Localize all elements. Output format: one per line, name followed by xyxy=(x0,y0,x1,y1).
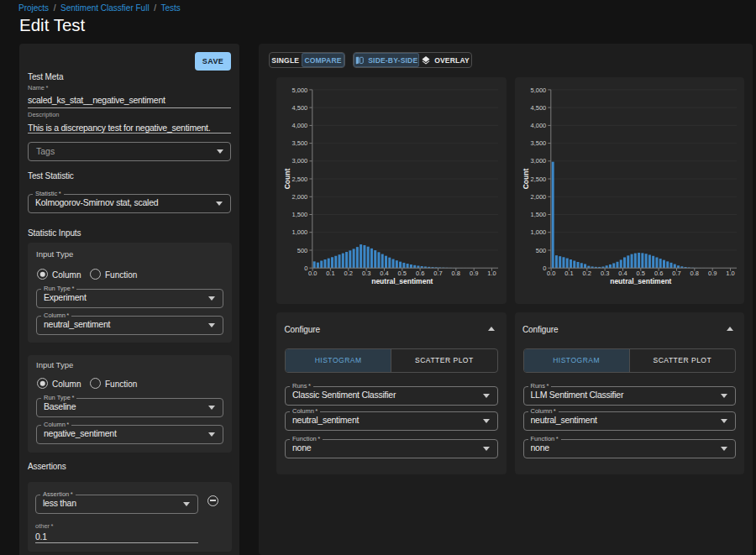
svg-text:neutral_sentiment: neutral_sentiment xyxy=(371,277,433,285)
svg-text:Count: Count xyxy=(283,169,291,190)
svg-text:Count: Count xyxy=(521,169,529,190)
svg-text:1.0: 1.0 xyxy=(726,270,734,277)
svg-text:0.5: 0.5 xyxy=(636,270,644,277)
svg-text:4,500: 4,500 xyxy=(530,104,546,112)
svg-text:5,000: 5,000 xyxy=(530,86,546,94)
svg-text:neutral_sentiment: neutral_sentiment xyxy=(610,277,671,285)
svg-text:0.9: 0.9 xyxy=(470,270,478,277)
svg-text:0.6: 0.6 xyxy=(416,270,424,277)
svg-text:1,500: 1,500 xyxy=(530,211,546,218)
svg-text:0.1: 0.1 xyxy=(326,270,334,277)
svg-text:0.7: 0.7 xyxy=(433,270,442,277)
svg-text:0.8: 0.8 xyxy=(452,270,460,277)
svg-text:2,500: 2,500 xyxy=(530,175,546,183)
svg-text:0.7: 0.7 xyxy=(672,270,680,277)
svg-text:0.3: 0.3 xyxy=(362,270,370,277)
svg-text:3,500: 3,500 xyxy=(292,139,308,147)
svg-text:5,000: 5,000 xyxy=(292,86,308,94)
svg-text:0.0: 0.0 xyxy=(308,270,317,277)
svg-text:0.8: 0.8 xyxy=(690,270,698,277)
svg-text:4,000: 4,000 xyxy=(292,122,308,129)
svg-text:1.0: 1.0 xyxy=(487,270,496,277)
svg-text:0.2: 0.2 xyxy=(344,270,353,277)
svg-text:2,000: 2,000 xyxy=(530,193,546,201)
svg-text:0.5: 0.5 xyxy=(398,270,407,277)
svg-text:0.6: 0.6 xyxy=(654,270,662,277)
svg-text:0.4: 0.4 xyxy=(380,270,388,277)
svg-text:1,500: 1,500 xyxy=(292,211,308,218)
svg-text:4,500: 4,500 xyxy=(292,104,308,112)
svg-text:0.0: 0.0 xyxy=(546,270,554,277)
svg-text:1,000: 1,000 xyxy=(530,228,546,236)
svg-text:500: 500 xyxy=(297,247,308,254)
svg-text:3,000: 3,000 xyxy=(530,157,546,165)
svg-text:0.4: 0.4 xyxy=(618,270,627,277)
svg-text:1,000: 1,000 xyxy=(292,228,308,236)
svg-text:0.3: 0.3 xyxy=(600,270,608,277)
svg-text:2,500: 2,500 xyxy=(292,175,308,183)
svg-text:0.1: 0.1 xyxy=(564,270,573,277)
svg-text:0: 0 xyxy=(304,264,307,272)
svg-text:2,000: 2,000 xyxy=(292,193,308,201)
svg-text:4,000: 4,000 xyxy=(530,122,546,129)
svg-text:0: 0 xyxy=(543,264,546,272)
svg-text:3,000: 3,000 xyxy=(292,157,308,165)
svg-text:3,500: 3,500 xyxy=(530,139,546,147)
svg-text:500: 500 xyxy=(535,247,546,254)
svg-text:0.9: 0.9 xyxy=(707,270,716,277)
svg-text:0.2: 0.2 xyxy=(582,270,591,277)
